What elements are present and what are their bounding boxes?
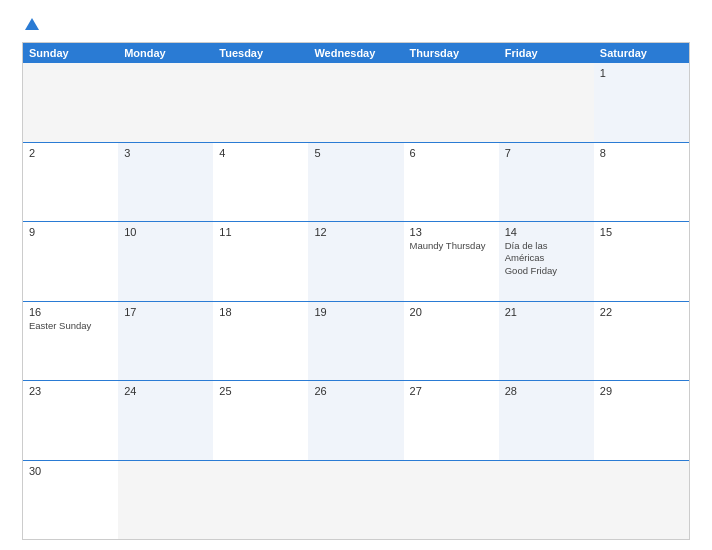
week-row-5: 23242526272829 [23, 380, 689, 460]
day-number: 18 [219, 306, 302, 318]
cal-cell [404, 461, 499, 540]
cal-cell: 12 [308, 222, 403, 301]
cal-cell: 4 [213, 143, 308, 222]
cal-cell [213, 461, 308, 540]
cal-cell [308, 461, 403, 540]
week-row-2: 2345678 [23, 142, 689, 222]
logo-triangle-icon [25, 18, 39, 30]
page: SundayMondayTuesdayWednesdayThursdayFrid… [0, 0, 712, 550]
cal-cell: 16Easter Sunday [23, 302, 118, 381]
week-row-1: 1 [23, 63, 689, 142]
day-number: 5 [314, 147, 397, 159]
day-number: 8 [600, 147, 683, 159]
day-number: 27 [410, 385, 493, 397]
cal-cell: 5 [308, 143, 403, 222]
cal-cell [499, 461, 594, 540]
header [22, 18, 690, 32]
day-number: 29 [600, 385, 683, 397]
cal-cell [404, 63, 499, 142]
day-number: 14 [505, 226, 588, 238]
cal-cell [499, 63, 594, 142]
cal-cell [118, 63, 213, 142]
cal-cell: 23 [23, 381, 118, 460]
day-number: 9 [29, 226, 112, 238]
day-number: 17 [124, 306, 207, 318]
day-number: 11 [219, 226, 302, 238]
cal-cell: 11 [213, 222, 308, 301]
cal-cell [118, 461, 213, 540]
day-number: 26 [314, 385, 397, 397]
day-number: 21 [505, 306, 588, 318]
weekday-header-monday: Monday [118, 43, 213, 63]
cal-cell: 17 [118, 302, 213, 381]
cal-cell: 29 [594, 381, 689, 460]
day-number: 30 [29, 465, 112, 477]
cal-cell: 15 [594, 222, 689, 301]
cal-cell [23, 63, 118, 142]
cal-cell: 26 [308, 381, 403, 460]
week-row-6: 30 [23, 460, 689, 540]
holiday-label: Easter Sunday [29, 320, 112, 332]
cal-cell: 6 [404, 143, 499, 222]
day-number: 2 [29, 147, 112, 159]
cal-cell: 21 [499, 302, 594, 381]
holiday-label: Día de las Américas [505, 240, 588, 265]
cal-cell: 24 [118, 381, 213, 460]
calendar-body: 12345678910111213Maundy Thursday14Día de… [23, 63, 689, 539]
cal-cell [594, 461, 689, 540]
weekday-header-friday: Friday [499, 43, 594, 63]
cal-cell: 7 [499, 143, 594, 222]
day-number: 12 [314, 226, 397, 238]
day-number: 24 [124, 385, 207, 397]
week-row-3: 910111213Maundy Thursday14Día de las Amé… [23, 221, 689, 301]
day-number: 7 [505, 147, 588, 159]
day-number: 20 [410, 306, 493, 318]
cal-cell: 1 [594, 63, 689, 142]
weekday-header-tuesday: Tuesday [213, 43, 308, 63]
cal-cell: 3 [118, 143, 213, 222]
day-number: 23 [29, 385, 112, 397]
cal-cell: 2 [23, 143, 118, 222]
day-number: 19 [314, 306, 397, 318]
cal-cell: 20 [404, 302, 499, 381]
holiday-label-2: Good Friday [505, 265, 588, 277]
cal-cell: 13Maundy Thursday [404, 222, 499, 301]
weekday-header-sunday: Sunday [23, 43, 118, 63]
week-row-4: 16Easter Sunday171819202122 [23, 301, 689, 381]
weekday-header-wednesday: Wednesday [308, 43, 403, 63]
cal-cell [308, 63, 403, 142]
day-number: 1 [600, 67, 683, 79]
day-number: 10 [124, 226, 207, 238]
day-number: 3 [124, 147, 207, 159]
cal-cell: 25 [213, 381, 308, 460]
day-number: 16 [29, 306, 112, 318]
weekday-header-thursday: Thursday [404, 43, 499, 63]
cal-cell: 27 [404, 381, 499, 460]
cal-cell [213, 63, 308, 142]
cal-cell: 10 [118, 222, 213, 301]
day-number: 6 [410, 147, 493, 159]
cal-cell: 8 [594, 143, 689, 222]
day-number: 22 [600, 306, 683, 318]
cal-cell: 19 [308, 302, 403, 381]
day-number: 25 [219, 385, 302, 397]
weekday-header-saturday: Saturday [594, 43, 689, 63]
cal-cell: 28 [499, 381, 594, 460]
day-number: 28 [505, 385, 588, 397]
day-number: 4 [219, 147, 302, 159]
cal-cell: 22 [594, 302, 689, 381]
cal-cell: 18 [213, 302, 308, 381]
calendar-header: SundayMondayTuesdayWednesdayThursdayFrid… [23, 43, 689, 63]
logo [22, 18, 39, 32]
day-number: 13 [410, 226, 493, 238]
calendar: SundayMondayTuesdayWednesdayThursdayFrid… [22, 42, 690, 540]
holiday-label: Maundy Thursday [410, 240, 493, 252]
cal-cell: 9 [23, 222, 118, 301]
cal-cell: 30 [23, 461, 118, 540]
cal-cell: 14Día de las Américas Good Friday [499, 222, 594, 301]
day-number: 15 [600, 226, 683, 238]
